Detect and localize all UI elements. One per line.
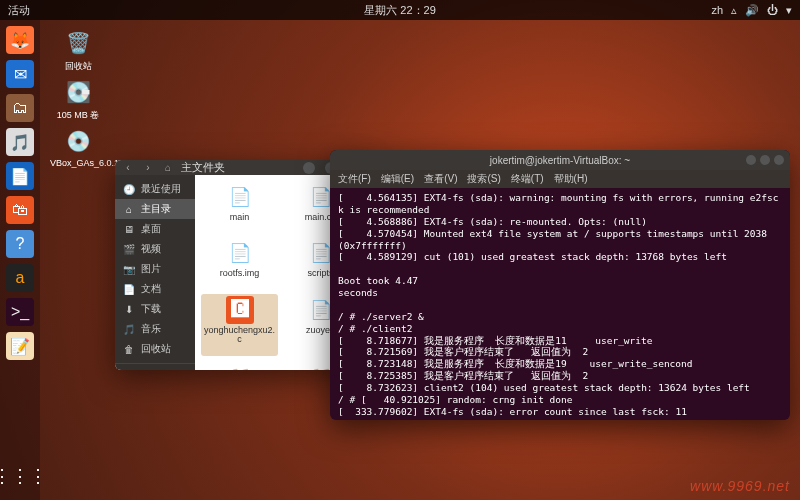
sidebar-label: 视频 bbox=[141, 242, 161, 256]
nav-forward-button[interactable]: › bbox=[141, 161, 155, 175]
input-lang[interactable]: zh bbox=[711, 4, 723, 16]
sidebar-label: 回收站 bbox=[141, 342, 171, 356]
clock[interactable]: 星期六 22：29 bbox=[364, 3, 436, 18]
sidebar-label: 文档 bbox=[141, 282, 161, 296]
sidebar-item-1[interactable]: ⌂主目录 bbox=[115, 199, 195, 219]
sidebar-icon: 🗑 bbox=[123, 344, 135, 355]
file-item[interactable]: 📄main bbox=[201, 181, 278, 233]
dock-help[interactable]: ? bbox=[6, 230, 34, 258]
file-item[interactable]: 📁文档 bbox=[201, 360, 278, 370]
term-close-button[interactable] bbox=[774, 155, 784, 165]
nav-back-button[interactable]: ‹ bbox=[121, 161, 135, 175]
file-icon: 📄 bbox=[226, 183, 254, 211]
sidebar-item-6[interactable]: ⬇下载 bbox=[115, 299, 195, 319]
term-menu-item[interactable]: 查看(V) bbox=[424, 172, 457, 186]
term-menu-item[interactable]: 文件(F) bbox=[338, 172, 371, 186]
show-apps-button[interactable]: ⋮⋮⋮ bbox=[6, 462, 34, 490]
sidebar-item-5[interactable]: 📄文档 bbox=[115, 279, 195, 299]
home-icon[interactable]: ⌂ bbox=[161, 161, 175, 175]
terminal-window: jokertim@jokertim-VirtualBox: ~ 文件(F)编辑(… bbox=[330, 150, 790, 420]
term-menu-item[interactable]: 帮助(H) bbox=[554, 172, 588, 186]
desktop-vbox[interactable]: 💿 VBox_GAs_6.0.12 bbox=[50, 126, 106, 168]
disk-icon: 💽 bbox=[63, 77, 93, 107]
term-minimize-button[interactable] bbox=[746, 155, 756, 165]
watermark: www.9969.net bbox=[690, 478, 790, 494]
dock-files[interactable]: 🗂 bbox=[6, 94, 34, 122]
volume-icon[interactable]: 🔊 bbox=[745, 4, 759, 17]
sidebar-icon: 🎵 bbox=[123, 324, 135, 335]
sidebar-label: 最近使用 bbox=[141, 182, 181, 196]
sidebar-icon: 🖥 bbox=[123, 224, 135, 235]
dock-notes[interactable]: 📝 bbox=[6, 332, 34, 360]
desktop-volume[interactable]: 💽 105 MB 卷 bbox=[50, 77, 106, 122]
file-item[interactable]: 🅲yonghuchengxu2.c bbox=[201, 294, 278, 356]
sidebar-icon: ⬇ bbox=[123, 304, 135, 315]
trash-icon: 🗑️ bbox=[63, 28, 93, 58]
status-area[interactable]: zh ▵ 🔊 ⏻ ▾ bbox=[711, 4, 792, 17]
desktop-icons: 🗑️ 回收站 💽 105 MB 卷 💿 VBox_GAs_6.0.12 bbox=[50, 28, 106, 168]
file-label: rootfs.img bbox=[203, 269, 276, 279]
sidebar-icon: 🕘 bbox=[123, 184, 135, 195]
sidebar-item-9[interactable]: 💿VBox_GA…⏏ bbox=[115, 368, 195, 370]
dock-rhythmbox[interactable]: 🎵 bbox=[6, 128, 34, 156]
term-maximize-button[interactable] bbox=[760, 155, 770, 165]
desktop-label: VBox_GAs_6.0.12 bbox=[50, 158, 106, 168]
activities-button[interactable]: 活动 bbox=[8, 3, 30, 18]
term-menu-item[interactable]: 编辑(E) bbox=[381, 172, 414, 186]
file-item[interactable]: 📄rootfs.img bbox=[201, 237, 278, 289]
file-icon: 📁 bbox=[226, 362, 254, 370]
sidebar-label: 音乐 bbox=[141, 322, 161, 336]
sidebar-icon: 🎬 bbox=[123, 244, 135, 255]
terminal-menubar: 文件(F)编辑(E)查看(V)搜索(S)终端(T)帮助(H) bbox=[330, 170, 790, 188]
fm-titlebar[interactable]: ‹ › ⌂ 主文件夹 bbox=[115, 160, 365, 175]
sidebar-label: 桌面 bbox=[141, 222, 161, 236]
terminal-output[interactable]: [ 4.564135] EXT4-fs (sda): warning: moun… bbox=[330, 188, 790, 420]
fm-sidebar: 🕘最近使用⌂主目录🖥桌面🎬视频📷图片📄文档⬇下载🎵音乐🗑回收站💿VBox_GA…… bbox=[115, 175, 195, 370]
desktop-label: 回收站 bbox=[50, 60, 106, 73]
sidebar-item-8[interactable]: 🗑回收站 bbox=[115, 339, 195, 359]
terminal-titlebar[interactable]: jokertim@jokertim-VirtualBox: ~ bbox=[330, 150, 790, 170]
file-icon: 🅲 bbox=[226, 296, 254, 324]
dock-writer[interactable]: 📄 bbox=[6, 162, 34, 190]
sidebar-icon: ⌂ bbox=[123, 204, 135, 215]
desktop-trash[interactable]: 🗑️ 回收站 bbox=[50, 28, 106, 73]
network-icon[interactable]: ▵ bbox=[731, 4, 737, 17]
dock-software[interactable]: 🛍 bbox=[6, 196, 34, 224]
desktop-label: 105 MB 卷 bbox=[50, 109, 106, 122]
file-label: yonghuchengxu2.c bbox=[203, 326, 276, 346]
fm-title: 主文件夹 bbox=[181, 160, 293, 175]
cd-icon: 💿 bbox=[63, 126, 93, 156]
sidebar-icon: 📷 bbox=[123, 264, 135, 275]
file-icon: 📄 bbox=[226, 239, 254, 267]
top-panel: 活动 星期六 22：29 zh ▵ 🔊 ⏻ ▾ bbox=[0, 0, 800, 20]
dock-thunderbird[interactable]: ✉ bbox=[6, 60, 34, 88]
sidebar-icon: 📄 bbox=[123, 284, 135, 295]
power-icon[interactable]: ⏻ bbox=[767, 4, 778, 16]
term-menu-item[interactable]: 终端(T) bbox=[511, 172, 544, 186]
dock-amazon[interactable]: a bbox=[6, 264, 34, 292]
sidebar-item-3[interactable]: 🎬视频 bbox=[115, 239, 195, 259]
file-manager-window: ‹ › ⌂ 主文件夹 🕘最近使用⌂主目录🖥桌面🎬视频📷图片📄文档⬇下载🎵音乐🗑回… bbox=[115, 160, 365, 370]
terminal-title: jokertim@jokertim-VirtualBox: ~ bbox=[490, 155, 630, 166]
sidebar-label: 下载 bbox=[141, 302, 161, 316]
sidebar-item-4[interactable]: 📷图片 bbox=[115, 259, 195, 279]
sidebar-label: 图片 bbox=[141, 262, 161, 276]
term-menu-item[interactable]: 搜索(S) bbox=[467, 172, 500, 186]
sidebar-item-7[interactable]: 🎵音乐 bbox=[115, 319, 195, 339]
sidebar-label: 主目录 bbox=[141, 202, 171, 216]
dock-terminal[interactable]: >_ bbox=[6, 298, 34, 326]
sidebar-item-2[interactable]: 🖥桌面 bbox=[115, 219, 195, 239]
fm-minimize-button[interactable] bbox=[303, 162, 315, 174]
file-label: main bbox=[203, 213, 276, 223]
dock: 🦊 ✉ 🗂 🎵 📄 🛍 ? a >_ 📝 ⋮⋮⋮ bbox=[0, 20, 40, 500]
menu-caret-icon[interactable]: ▾ bbox=[786, 4, 792, 17]
sidebar-item-0[interactable]: 🕘最近使用 bbox=[115, 179, 195, 199]
dock-firefox[interactable]: 🦊 bbox=[6, 26, 34, 54]
